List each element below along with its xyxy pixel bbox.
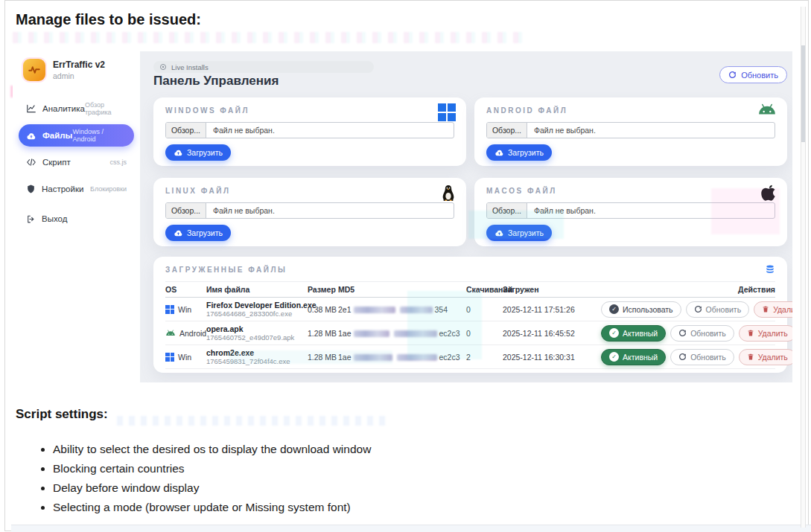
refresh-file-button[interactable]: Обновить	[670, 349, 734, 365]
browse-button[interactable]: Обзор...	[487, 123, 527, 138]
page-scrollbar[interactable]	[801, 7, 806, 528]
sidebar-item-script[interactable]: Скрипт css.js	[19, 151, 134, 173]
cloud-upload-icon	[174, 149, 183, 156]
android-icon	[757, 103, 777, 115]
list-item: Blocking certain countries	[53, 459, 371, 478]
apple-icon	[761, 184, 777, 202]
redacted-md5	[394, 330, 437, 337]
os-label: Win	[178, 353, 191, 362]
delete-button[interactable]: Удалить	[739, 349, 792, 365]
browse-button[interactable]: Обзор...	[166, 123, 206, 138]
card-title: ANDROID ФАЙЛ	[486, 106, 775, 115]
logout-icon	[26, 214, 36, 224]
cloud-upload-icon	[494, 149, 504, 156]
file-input[interactable]: Обзор... Файл не выбран.	[486, 202, 775, 219]
script-features-list: Ability to select the desired os to disp…	[53, 440, 371, 517]
file-name: Firefox Developer Edition.exe	[206, 301, 308, 310]
refresh-file-label: Обновить	[690, 353, 726, 362]
refresh-icon	[694, 305, 702, 313]
delete-label: Удалить	[773, 305, 792, 314]
file-name: chrom2e.exe	[206, 348, 308, 357]
md5-prefix: 1ae	[338, 353, 352, 362]
delete-button[interactable]: Удалить	[739, 325, 792, 342]
cloud-upload-icon	[174, 229, 183, 237]
table-row: Android opera.apk1765460752_e49d07e9.apk…	[165, 321, 775, 345]
target-icon	[159, 63, 167, 71]
refresh-icon	[678, 353, 687, 361]
downloads-count: 2	[466, 353, 503, 362]
scrollbar-thumb[interactable]	[801, 45, 805, 142]
live-installs-badge: Live Installs	[153, 61, 374, 73]
md5-suffix: ec2c3	[439, 329, 460, 338]
upload-card-linux: LINUX ФАЙЛ Обзор... Файл не выбран. Загр…	[153, 178, 466, 246]
col-actions: Действия	[601, 285, 775, 294]
upload-button[interactable]: Загрузить	[486, 144, 552, 161]
col-uploaded: Загружен	[503, 285, 601, 294]
heading-manage-files: Manage files to be issued:	[16, 11, 201, 28]
file-name: opera.apk	[206, 324, 308, 333]
refresh-icon	[678, 329, 687, 337]
uploaded-at: 2025-12-11 16:30:31	[503, 353, 601, 362]
check-circle-icon: ✓	[609, 304, 619, 314]
file-size: 1.28 MB	[308, 329, 338, 338]
delete-label: Удалить	[758, 353, 788, 362]
delete-label: Удалить	[758, 329, 788, 338]
admin-panel-screenshot: ErrTraffic v2 admin Аналитика Обзор траф…	[13, 51, 792, 382]
md5-value: 2e1354	[338, 305, 466, 314]
compression-artifact	[117, 416, 385, 426]
trash-icon	[747, 353, 754, 361]
brand-name: ErrTraffic v2	[53, 60, 105, 70]
active-status-button[interactable]: ✓Активный	[601, 325, 666, 342]
refresh-icon	[728, 71, 737, 79]
file-input[interactable]: Обзор... Файл не выбран.	[165, 202, 454, 219]
sidebar-item-label: Скрипт	[42, 158, 71, 167]
trash-icon	[762, 305, 769, 313]
col-md5: MD5	[338, 285, 466, 294]
sidebar-item-label: Файлы	[42, 131, 72, 140]
no-file-label: Файл не выбран.	[206, 206, 275, 215]
os-label: Android	[179, 329, 206, 338]
md5-prefix: 2e1	[338, 305, 352, 314]
upload-button[interactable]: Загрузить	[165, 225, 231, 241]
sidebar-item-settings[interactable]: Настройки Блокировки	[19, 178, 134, 200]
delete-button[interactable]: Удалить	[754, 301, 792, 318]
upload-button[interactable]: Загрузить	[165, 144, 231, 161]
uploaded-files-card: ЗАГРУЖЕННЫЕ ФАЙЛЫ OS Имя файла Размер MD…	[153, 257, 787, 373]
downloads-count: 0	[466, 329, 503, 338]
sidebar-item-logout[interactable]: Выход	[19, 208, 134, 230]
android-icon	[165, 330, 176, 336]
upload-card-android: ANDROID ФАЙЛ Обзор... Файл не выбран. За…	[474, 97, 787, 166]
refresh-dashboard-button[interactable]: Обновить	[719, 66, 787, 83]
col-downloads: Скачиваний	[466, 285, 503, 294]
active-label: Активный	[623, 329, 658, 338]
sidebar-item-files[interactable]: Файлы Windows / Android	[19, 124, 134, 147]
refresh-file-label: Обновить	[690, 329, 726, 338]
file-input[interactable]: Обзор... Файл не выбран.	[165, 122, 454, 138]
refresh-file-button[interactable]: Обновить	[670, 325, 734, 342]
sidebar-item-analytics[interactable]: Аналитика Обзор трафика	[19, 97, 134, 120]
no-file-label: Файл не выбран.	[527, 206, 596, 215]
sidebar-menu: Аналитика Обзор трафика Файлы Windows / …	[13, 97, 140, 230]
active-status-button[interactable]: ✓Активный	[601, 349, 666, 365]
upload-button[interactable]: Загрузить	[486, 225, 552, 241]
sidebar: ErrTraffic v2 admin Аналитика Обзор траф…	[13, 51, 140, 382]
browse-button[interactable]: Обзор...	[166, 203, 206, 218]
md5-suffix: ec2c3	[439, 353, 460, 362]
sidebar-item-badge: css.js	[110, 158, 127, 166]
brand-logo	[23, 59, 45, 81]
sidebar-item-label: Настройки	[42, 185, 83, 193]
file-size: 1.28 MB	[308, 353, 338, 362]
file-input[interactable]: Обзор... Файл не выбран.	[486, 122, 775, 138]
redacted-md5	[397, 354, 437, 361]
chart-icon	[26, 103, 36, 114]
browse-button[interactable]: Обзор...	[487, 203, 527, 218]
table-header: OS Имя файла Размер MD5 Скачиваний Загру…	[165, 281, 775, 298]
use-button[interactable]: ✓Использовать	[601, 301, 681, 318]
activity-pulse-icon	[28, 63, 41, 77]
sidebar-item-badge: Windows / Android	[72, 128, 127, 143]
trash-icon	[747, 329, 754, 337]
heading-script-settings: Script settings:	[16, 407, 108, 422]
list-item: Ability to select the desired os to disp…	[53, 440, 371, 459]
sidebar-item-badge: Обзор трафика	[85, 101, 127, 116]
refresh-file-button[interactable]: Обновить	[686, 301, 750, 318]
